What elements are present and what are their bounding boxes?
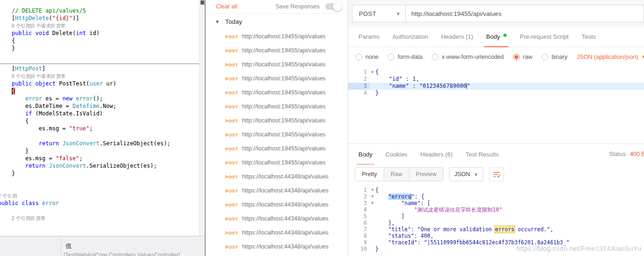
fold-gutter	[370, 226, 375, 233]
fold-arrow-icon[interactable]: ▼	[370, 187, 375, 193]
codelens-line[interactable]: 2 个引用|0 异常	[0, 214, 199, 222]
chevron-down-icon[interactable]: ▼	[215, 19, 220, 24]
code-editor[interactable]: // DELETE api/values/5[HttpDelete("{id}"…	[0, 0, 199, 236]
code-token: :	[414, 233, 421, 239]
history-item[interactable]: POSThttp://localhost:19455/api/values	[206, 114, 348, 128]
history-url: https://localhost:44348/api/values	[242, 201, 329, 208]
history-item[interactable]: POSThttps://localhost:44348/api/values	[206, 170, 348, 184]
tab-label: Pre-request Script	[520, 33, 569, 40]
view-button-group: PrettyRawPreview	[355, 167, 444, 181]
tab-label: Test Results	[465, 151, 499, 158]
code-line: }	[0, 44, 199, 52]
code-text: },	[375, 220, 395, 226]
tab-authorization[interactable]: Authorization	[386, 27, 435, 47]
code-token: object	[36, 80, 56, 87]
code-line: [HttpDelete("{id}")]	[0, 14, 199, 22]
response-tab-cookies[interactable]: Cookies	[379, 144, 414, 164]
content-type-select[interactable]: JSON (application/json)▼	[577, 54, 644, 60]
code-token	[12, 110, 25, 117]
codelens-text[interactable]: 0 个引用|0 个请求|0 异常	[12, 23, 66, 28]
clear-all-link[interactable]: Clear all	[216, 3, 237, 10]
history-item[interactable]: POSThttp://localhost:19455/api/values	[206, 156, 348, 170]
body-mode-none[interactable]: none	[356, 54, 379, 60]
code-token	[375, 239, 388, 246]
codelens-text[interactable]: 2 个引用|0 异常	[12, 215, 46, 221]
line-number: 6	[348, 220, 370, 226]
code-token: PostTest(	[56, 80, 89, 87]
history-item[interactable]: POSThttps://localhost:44348/api/values	[206, 212, 348, 226]
tab-body[interactable]: Body	[479, 27, 513, 47]
tab-tests[interactable]: Tests	[575, 27, 602, 47]
codelens-text[interactable]: 0 个引用|0 个请求|0 异常	[12, 73, 66, 79]
scrollbar-thumb[interactable]	[200, 0, 204, 5]
editor-splitter[interactable]	[0, 63, 199, 64]
history-item[interactable]: POSThttp://localhost:19455/api/values	[206, 57, 348, 71]
response-tab-body[interactable]: Body	[352, 144, 379, 164]
history-method-badge: POST	[225, 188, 239, 193]
method-select[interactable]: POST ▼	[352, 5, 406, 22]
radio-button[interactable]	[432, 54, 438, 60]
history-item[interactable]: POSThttp://localhost:19455/api/values	[206, 142, 348, 156]
history-item[interactable]: POSThttp://localhost:19455/api/values	[206, 29, 348, 43]
editor-line: 2▼ "errors": {	[348, 193, 644, 200]
tab-pre-request-script[interactable]: Pre-request Script	[513, 27, 575, 47]
request-body-editor[interactable]: 1▼{2 "id" : 1,3 "name" : "0123456789000"…	[348, 69, 644, 143]
wrap-text-button[interactable]	[489, 167, 504, 181]
save-responses-toggle[interactable]	[325, 3, 341, 10]
codelens-text[interactable]: 2 个引用	[0, 193, 17, 199]
fold-arrow-icon[interactable]: ▼	[370, 193, 375, 200]
body-mode-raw[interactable]: raw	[513, 54, 532, 60]
view-raw-button[interactable]: Raw	[384, 168, 409, 181]
codelens-line[interactable]: 2 个引用	[0, 192, 199, 199]
radio-button[interactable]	[513, 54, 520, 60]
body-mode-binary[interactable]: binary	[542, 54, 567, 60]
radio-button[interactable]	[542, 54, 548, 60]
url-input[interactable]: http://localhost:19455/api/values	[406, 5, 644, 22]
history-method-badge: POST	[225, 34, 239, 39]
response-tab-test-results[interactable]: Test Results	[459, 144, 505, 164]
editor-vertical-scrollbar[interactable]	[199, 0, 205, 236]
code-token: "name"	[389, 83, 409, 89]
code-token: JsonConvert	[62, 140, 99, 147]
history-group-today[interactable]: ▼ Today	[206, 14, 348, 29]
code-line: es.msg = "false";	[0, 155, 199, 162]
history-item[interactable]: POSThttp://localhost:19455/api/values	[206, 85, 348, 100]
tab-label: Params	[358, 33, 379, 40]
radio-button[interactable]	[388, 54, 394, 60]
code-token	[18, 200, 21, 206]
response-tab-headers-6-[interactable]: Headers (6)	[414, 144, 459, 164]
history-item[interactable]: POSThttps://localhost:44348/api/values	[206, 226, 348, 240]
editor-line: 7 "title": "One or more validation error…	[348, 226, 644, 233]
history-item[interactable]: POSThttp://localhost:19455/api/values	[206, 128, 348, 142]
history-item[interactable]: POSThttps://localhost:44348/api/values	[206, 240, 348, 254]
history-url: http://localhost:19455/api/values	[242, 145, 326, 152]
body-mode-label: x-www-form-urlencoded	[442, 54, 504, 60]
toggle-knob[interactable]	[333, 2, 342, 11]
body-mode-form-data[interactable]: form-data	[388, 54, 423, 60]
history-item[interactable]: POSThttp://localhost:19455/api/values	[206, 100, 348, 114]
history-item[interactable]: POSThttps://localhost:44348/api/values	[206, 184, 348, 198]
fold-arrow-icon[interactable]: ▼	[370, 200, 375, 206]
history-item[interactable]: POSThttp://localhost:19455/api/values	[206, 43, 348, 57]
tab-label: Headers (6)	[421, 151, 453, 158]
code-token: DateTime	[72, 103, 100, 109]
body-mode-x-www-form-urlencoded[interactable]: x-www-form-urlencoded	[432, 54, 504, 60]
radio-button[interactable]	[356, 54, 362, 60]
tab-params[interactable]: Params	[352, 27, 386, 47]
line-number: 7	[348, 226, 370, 233]
fold-arrow-icon[interactable]: ▼	[370, 69, 375, 76]
code-token: class	[22, 200, 39, 206]
codelens-line[interactable]: 0 个引用|0 个请求|0 异常	[0, 22, 199, 29]
code-text: "id" : 1,	[375, 76, 419, 83]
codelens-line[interactable]: 0 个引用|0 个请求|0 异常	[0, 72, 199, 80]
code-token: 400	[421, 233, 430, 239]
code-token: "errors	[388, 193, 411, 200]
history-item[interactable]: POSThttp://localhost:19455/api/values	[206, 71, 348, 85]
history-item[interactable]: POSThttps://localhost:44348/api/values	[206, 198, 348, 212]
view-pretty-button[interactable]: Pretty	[355, 168, 384, 181]
code-token	[375, 226, 388, 233]
response-format-select[interactable]: JSON ▼	[449, 167, 483, 181]
history-url: http://localhost:19455/api/values	[242, 117, 326, 124]
view-preview-button[interactable]: Preview	[409, 168, 443, 181]
tab-headers-1-[interactable]: Headers (1)	[435, 27, 480, 47]
